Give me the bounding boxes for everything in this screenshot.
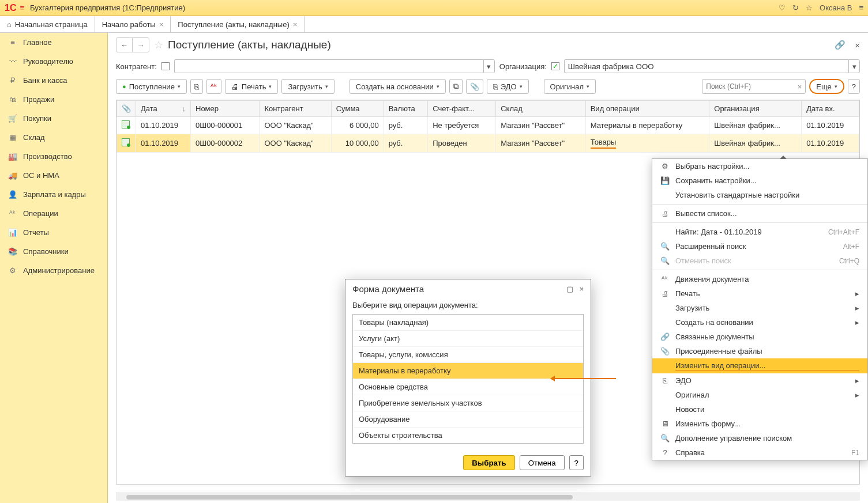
sidebar-item[interactable]: ᴬᵏОперации [0,204,107,223]
list-item[interactable]: Товары, услуги, комиссия [353,347,583,363]
list-item[interactable]: Товары (накладная) [353,315,583,331]
attach-button[interactable]: 📎 [466,79,483,94]
ok-button[interactable]: Выбрать [463,455,515,470]
tab-start[interactable]: Начало работы × [95,16,171,32]
menu-item[interactable]: Установить стандартные настройки [652,188,867,202]
print-button[interactable]: 🖨Печать▾ [225,79,279,94]
copy-button[interactable]: ⎘ [190,79,203,94]
menu-item[interactable]: Создать на основании [652,315,867,330]
chevron-down-icon[interactable]: ▾ [848,59,860,73]
table-row[interactable]: 01.10.20190Ш00-000001ООО "Каскад"6 000,0… [117,117,859,134]
link-icon[interactable]: 🔗 [835,40,846,50]
close-icon[interactable]: × [579,285,584,293]
sidebar-item[interactable]: 〰Руководителю [0,52,107,71]
search-box[interactable]: × [702,79,806,94]
sidebar-item[interactable]: 📚Справочники [0,242,107,261]
close-icon[interactable]: × [293,20,298,29]
related-button[interactable]: ⧉ [449,79,463,94]
clear-icon[interactable]: × [798,82,802,91]
favorite-icon[interactable]: ☆ [154,39,163,51]
edo-button[interactable]: ⎘ЭДО▾ [487,79,529,94]
menu-item[interactable]: Загрузить [652,301,867,315]
dtct-button[interactable]: ᴬᵏ [206,79,221,94]
sidebar-item[interactable]: 🏭Производство [0,147,107,166]
menu-item[interactable]: 📎Присоединенные файлы [652,344,867,358]
col-header[interactable]: 📎 [117,101,136,117]
sidebar-item[interactable]: ⚙Администрирование [0,261,107,280]
dialog-help-button[interactable]: ? [569,455,584,470]
menu-item[interactable]: 🔍Расширенный поискAlt+F [652,239,867,254]
nav-fwd-button[interactable]: → [133,38,149,52]
help-button[interactable]: ? [848,79,860,94]
col-header[interactable]: Валюта [384,101,428,117]
search-input[interactable] [706,82,797,90]
col-header[interactable]: Сумма [331,101,384,117]
cancel-button[interactable]: Отмена [520,455,565,470]
tab-postuplenie[interactable]: Поступление (акты, накладные) × [171,16,305,32]
col-header[interactable]: Вид операции [585,101,709,117]
original-button[interactable]: Оригинал▾ [544,79,596,94]
table-row[interactable]: 01.10.20190Ш00-000002ООО "Каскад"10 000,… [117,134,859,153]
history-icon[interactable]: ↻ [792,3,799,12]
create-button[interactable]: Поступление▾ [116,79,187,94]
menu-item[interactable]: Оригинал [652,388,867,402]
org-combo[interactable]: ▾ [564,59,860,73]
list-item[interactable]: Основные средства [353,379,583,395]
menu-item[interactable]: 🔗Связанные документы [652,330,867,344]
list-item[interactable]: Приобретение земельных участков [353,395,583,411]
col-header[interactable]: Дата вх. [802,101,859,117]
settings-icon[interactable]: ≡ [859,3,863,12]
chevron-down-icon[interactable]: ▾ [483,59,495,73]
sidebar-item[interactable]: 🚚ОС и НМА [0,166,107,185]
menu-item[interactable]: 💾Сохранить настройки... [652,173,867,188]
menu-item[interactable]: Найти: Дата - 01.10.2019Ctrl+Alt+F [652,225,867,239]
org-checkbox[interactable] [551,62,559,70]
menu-item[interactable]: ᴬᵏДвижения документа [652,272,867,286]
hscrollbar[interactable] [116,493,860,501]
col-header[interactable]: Дата ↓ [136,101,191,117]
sidebar-item[interactable]: 📊Отчеты [0,223,107,242]
load-button[interactable]: Загрузить▾ [281,79,334,94]
menu-item[interactable]: 🖨Печать [652,286,867,301]
menu-item[interactable]: 🔍Дополнение управление поиском [652,431,867,445]
list-item[interactable]: Оборудование [353,411,583,428]
close-page-icon[interactable]: × [855,40,860,50]
sidebar-item[interactable]: 🛍Продажи [0,90,107,109]
col-header[interactable]: Контрагент [260,101,331,117]
list-item[interactable]: Объекты строительства [353,428,583,444]
list-item[interactable]: Услуги (акт) [353,331,583,347]
star-icon[interactable]: ☆ [806,3,813,12]
menu-item[interactable]: ⎘ЭДО [652,373,867,388]
sidebar-item[interactable]: ▦Склад [0,128,107,147]
list-item[interactable]: Материалы в переработку [353,363,583,379]
menu-item[interactable]: ?СправкаF1 [652,445,867,460]
username-label[interactable]: Оксана В [820,3,852,12]
sidebar-item[interactable]: 👤Зарплата и кадры [0,185,107,204]
bell-icon[interactable]: ♡ [779,3,786,12]
more-button[interactable]: Еще▾ [809,79,844,94]
sidebar-item[interactable]: ≡Главное [0,33,107,52]
close-icon[interactable]: × [159,20,164,29]
menu-item[interactable]: 🖥Изменить форму... [652,417,867,431]
col-header[interactable]: Организация [709,101,802,117]
burger-icon[interactable]: ≡ [20,3,24,12]
contractor-input[interactable] [174,59,483,73]
nav-back-button[interactable]: ← [117,38,133,52]
sidebar-item[interactable]: 🛒Покупки [0,109,107,128]
contractor-checkbox[interactable] [161,62,170,70]
operation-listbox[interactable]: Товары (накладная)Услуги (акт)Товары, ус… [352,314,584,444]
col-header[interactable]: Номер [191,101,260,117]
create-based-button[interactable]: Создать на основании▾ [350,79,446,94]
org-input[interactable] [564,59,848,73]
col-header[interactable]: Счет-факт... [428,101,496,117]
menu-item[interactable]: 🖨Вывести список... [652,206,867,221]
menu-item[interactable]: Новости [652,402,867,417]
maximize-icon[interactable]: ▢ [566,285,573,293]
contractor-combo[interactable]: ▾ [174,59,495,73]
menu-item[interactable]: ⚙Выбрать настройки... [652,159,867,173]
menu-item[interactable]: Изменить вид операции... [652,358,867,373]
cell: 6 000,00 [331,117,384,134]
sidebar-item[interactable]: ₽Банк и касса [0,71,107,90]
col-header[interactable]: Склад [496,101,585,117]
tab-home[interactable]: ⌂ Начальная страница [0,16,95,32]
